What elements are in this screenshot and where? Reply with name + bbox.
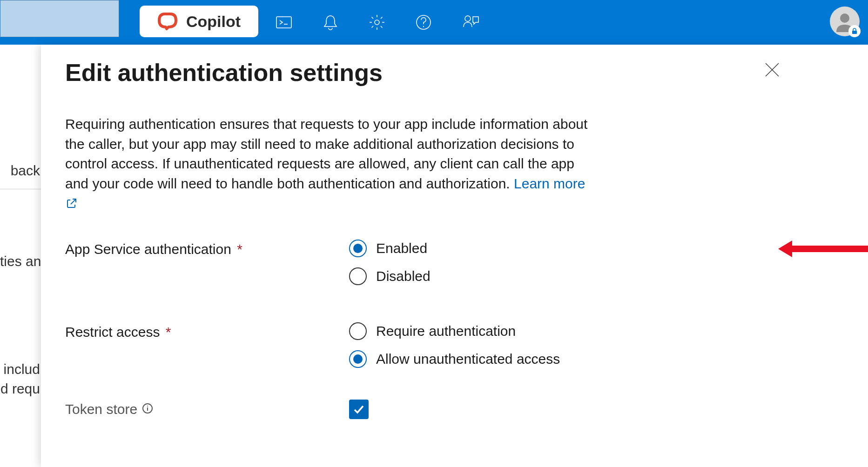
azure-header: Copilot xyxy=(0,0,868,45)
lock-badge-icon xyxy=(848,25,861,37)
copilot-icon xyxy=(157,11,178,32)
feedback-icon[interactable] xyxy=(447,0,493,45)
svg-rect-7 xyxy=(852,31,857,34)
account-avatar[interactable] xyxy=(830,7,860,36)
copilot-button[interactable]: Copilot xyxy=(140,6,258,37)
notifications-icon[interactable] xyxy=(307,0,354,45)
cloud-shell-icon[interactable] xyxy=(261,0,307,45)
svg-point-2 xyxy=(375,20,379,25)
settings-icon[interactable] xyxy=(354,0,400,45)
copilot-label: Copilot xyxy=(186,13,241,31)
svg-point-4 xyxy=(423,26,424,27)
svg-rect-0 xyxy=(276,17,291,28)
svg-point-6 xyxy=(840,13,849,23)
help-icon[interactable] xyxy=(400,0,447,45)
header-icon-group xyxy=(261,0,493,45)
global-search-input[interactable] xyxy=(0,0,119,37)
svg-point-5 xyxy=(465,16,471,21)
